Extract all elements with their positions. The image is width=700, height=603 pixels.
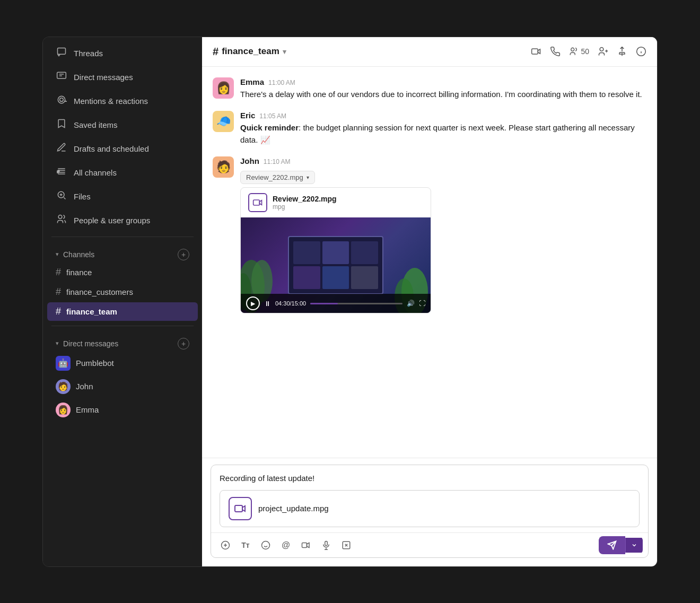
sidebar-item-drafts[interactable]: Drafts and scheduled: [47, 137, 198, 160]
sidebar-item-threads-label: Threads: [74, 49, 103, 58]
sidebar-item-direct-messages[interactable]: Direct messages: [47, 66, 198, 89]
file-pill-caret-icon: ▾: [307, 174, 309, 180]
channels-chevron-icon: ▾: [56, 251, 59, 258]
file-pill-john[interactable]: Review_2202.mpg ▾: [240, 171, 315, 184]
svg-rect-6: [532, 49, 538, 54]
dm-item-pumblebot[interactable]: 🤖 Pumblebot: [47, 352, 198, 374]
drafts-icon: [56, 142, 67, 155]
all-channels-icon: #: [56, 166, 67, 179]
video-play-button[interactable]: ▶: [246, 296, 260, 310]
dm-item-john[interactable]: 🧑 John: [47, 375, 198, 398]
emma-message-avatar: 👩: [213, 77, 234, 99]
sidebar-item-saved[interactable]: Saved items: [47, 113, 198, 136]
channel-name-finance-team: finance_team: [66, 307, 117, 316]
channel-name-finance: finance: [66, 268, 92, 277]
channel-header: # finance_team ▾ 50: [202, 37, 657, 67]
send-button[interactable]: [599, 536, 625, 554]
info-button[interactable]: [636, 46, 646, 57]
message-row-eric: 🧢 Eric 11:05 AM Quick reminder: the budg…: [213, 111, 646, 146]
sidebar-item-files-label: Files: [74, 192, 91, 201]
channel-header-actions: 50: [531, 46, 646, 57]
message-row-john: 🧑 John 11:10 AM Review_2202.mpg ▾: [213, 156, 646, 313]
svg-rect-14: [253, 200, 260, 205]
screen-cell-1: [293, 241, 320, 264]
video-card-header: Review_2202.mpg mpg: [241, 188, 431, 217]
svg-rect-27: [302, 543, 307, 547]
toolbar-video-button[interactable]: [297, 536, 315, 554]
add-channel-button[interactable]: +: [178, 249, 189, 260]
message-header-emma: Emma 11:00 AM: [240, 77, 646, 86]
dm-pumblebot-label: Pumblebot: [76, 359, 114, 368]
sidebar-item-files[interactable]: Files: [47, 185, 198, 208]
video-controls-row: ▶ ⏸ 04:30/15:00 🔊: [246, 296, 425, 310]
compose-box: Recording of latest update! project_upda…: [211, 465, 649, 558]
eric-message-avatar: 🧢: [213, 111, 234, 132]
dm-section-header[interactable]: ▾ Direct messages +: [47, 333, 198, 352]
channel-hash-header-icon: #: [213, 46, 218, 58]
pause-icon[interactable]: ⏸: [264, 300, 271, 308]
video-thumbnail[interactable]: ▶ ⏸ 04:30/15:00 🔊: [241, 217, 431, 313]
message-body-emma: Emma 11:00 AM There's a delay with one o…: [240, 77, 646, 101]
add-member-button[interactable]: [598, 46, 608, 57]
toolbar-add-button[interactable]: [216, 536, 234, 554]
dm-item-emma[interactable]: 👩 Emma: [47, 399, 198, 421]
compose-toolbar: Tт @: [211, 532, 648, 557]
saved-icon: [56, 118, 67, 132]
svg-point-5: [58, 215, 62, 219]
phone-call-button[interactable]: [550, 46, 561, 57]
add-dm-button[interactable]: +: [178, 338, 189, 349]
fullscreen-icon[interactable]: ⛶: [419, 300, 425, 307]
message-text-eric: Quick reminder: the budget planning sess…: [240, 122, 646, 146]
channel-item-finance-customers[interactable]: # finance_customers: [47, 283, 198, 301]
dm-section-label: Direct messages: [63, 339, 118, 348]
compose-area: Recording of latest update! project_upda…: [202, 458, 657, 566]
sidebar-divider-2: [51, 326, 194, 326]
svg-point-2: [60, 98, 64, 101]
toolbar-mic-button[interactable]: [317, 536, 335, 554]
sidebar-item-saved-label: Saved items: [74, 120, 118, 129]
channel-dropdown-icon[interactable]: ▾: [283, 48, 286, 56]
toolbar-mention-button[interactable]: @: [277, 536, 295, 554]
compose-file-card[interactable]: project_update.mpg: [220, 490, 640, 527]
channel-title: finance_team: [222, 46, 279, 57]
people-icon: [56, 214, 67, 227]
pinned-button[interactable]: [617, 46, 627, 57]
svg-rect-1: [57, 72, 66, 78]
channels-section-header[interactable]: ▾ Channels +: [47, 243, 198, 263]
sidebar-item-people[interactable]: People & user groups: [47, 209, 198, 232]
video-progress-bar[interactable]: [310, 303, 402, 304]
sidebar-item-mentions[interactable]: Mentions & reactions: [47, 90, 198, 112]
sidebar-item-threads[interactable]: Threads: [47, 42, 198, 65]
toolbar-expand-button[interactable]: [337, 536, 355, 554]
svg-rect-20: [235, 505, 242, 512]
toolbar-text-button[interactable]: Tт: [237, 536, 255, 554]
svg-rect-28: [325, 541, 328, 545]
compose-message-text[interactable]: Recording of latest update!: [211, 465, 648, 490]
members-count[interactable]: 50: [569, 47, 589, 56]
dm-icon: [56, 71, 67, 84]
message-author-eric: Eric: [240, 111, 255, 120]
dm-john-label: John: [76, 382, 93, 391]
sidebar-item-allchannels-label: All channels: [74, 168, 117, 177]
channel-hash-active-icon: #: [56, 306, 61, 317]
screen-cell-4: [293, 266, 320, 289]
compose-file-preview: project_update.mpg: [211, 490, 648, 532]
message-time-eric: 11:05 AM: [259, 112, 286, 120]
toolbar-emoji-button[interactable]: [257, 536, 275, 554]
screen-cell-3: [351, 241, 378, 264]
video-call-button[interactable]: [531, 46, 541, 57]
video-card-subtitle: mpg: [273, 203, 337, 211]
file-pill-name: Review_2202.mpg: [246, 173, 303, 181]
message-header-john: John 11:10 AM: [240, 156, 646, 165]
play-icon: ▶: [251, 300, 255, 307]
sidebar-item-mentions-label: Mentions & reactions: [74, 97, 148, 106]
sidebar: Threads Direct messages Mentions & react…: [43, 37, 202, 566]
channel-item-finance[interactable]: # finance: [47, 263, 198, 282]
sidebar-item-all-channels[interactable]: # All channels: [47, 161, 198, 184]
volume-icon[interactable]: 🔊: [407, 300, 415, 307]
message-body-john: John 11:10 AM Review_2202.mpg ▾: [240, 156, 646, 313]
channels-section-label: Channels: [63, 250, 94, 259]
send-dropdown-button[interactable]: [625, 538, 643, 553]
channel-item-finance-team[interactable]: # finance_team: [47, 302, 198, 321]
sidebar-item-dm-label: Direct messages: [74, 73, 133, 82]
